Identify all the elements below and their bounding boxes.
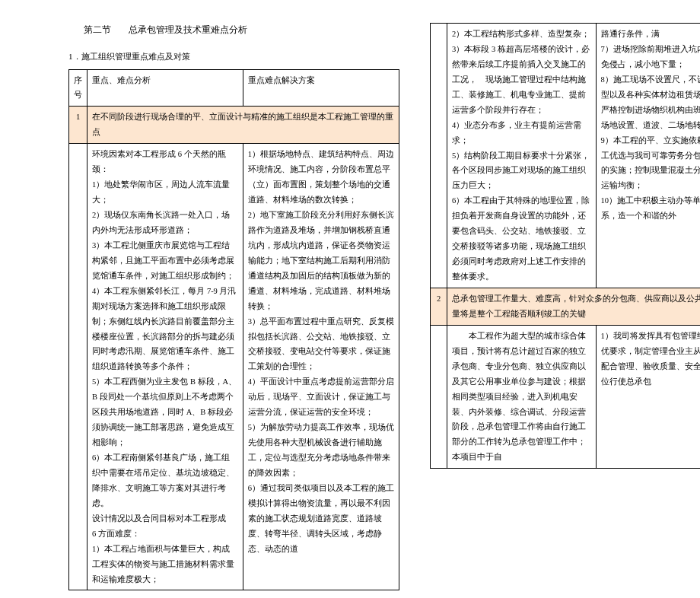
main-table-cont: 2）本工程结构形式多样、造型复杂； 3）本标段 3 栋超高层塔楼的设计，必然带来…	[430, 23, 700, 469]
row1c-num2	[431, 24, 447, 288]
list-item: 5）为解放劳动力提高工作效率，现场优先使用各种大型机械设备进行辅助施工，定位与选…	[248, 420, 394, 481]
header-col1: 重点、难点分析	[88, 69, 243, 107]
row2-left: 本工程作为超大型的城市综合体项目，预计将有总计超过百家的独立承包商、专业分包商、…	[447, 325, 597, 468]
list-item: 路通行条件，满	[601, 27, 701, 42]
table-row-1-content-cont: 2）本工程结构形式多样、造型复杂； 3）本标段 3 栋超高层塔楼的设计，必然带来…	[431, 24, 701, 288]
row2c-num	[431, 325, 447, 468]
list-item: 6）本工程由于其特殊的地理位置，除担负着开发商自身设置的功能外，还要包含码头、公…	[452, 193, 591, 285]
page-1: 第二节 总承包管理及技术重难点分析 1．施工组织管理重点难点及对策 序号 重点、…	[68, 23, 399, 598]
table-header-row: 序号 重点、难点分析 重点难点解决方案	[69, 69, 399, 107]
header-col2: 重点难点解决方案	[243, 69, 399, 107]
left-design: 设计情况以及合同目标对本工程形成 6 方面难度：	[92, 511, 238, 542]
list-item: 5）结构阶段工期目标要求十分紧张，各个区段同步施工对现场的施工组织压力巨大；	[452, 148, 591, 194]
main-table: 序号 重点、难点分析 重点难点解决方案 1 在不同阶段进行现场合理的平、立面设计…	[68, 69, 399, 591]
row2-right: 1）我司将发挥具有包管理经验的优要求，制定管理合业主从招标采配合管理、验收质量、…	[596, 325, 700, 468]
list-item: 4）本工程东侧紧邻长江，每月 7-9 月汛期对现场方案选择和施工组织形成限制；东…	[92, 284, 238, 375]
subsection-1-title: 1．施工组织管理重点难点及对策	[68, 50, 399, 63]
list-item: 4）业态分布多，业主有提前运营需求；	[452, 118, 591, 148]
page-2: 2）本工程结构形式多样、造型复杂； 3）本标段 3 栋超高层塔楼的设计，必然带来…	[430, 23, 700, 598]
row1-left-cont: 2）本工程结构形式多样、造型复杂； 3）本标段 3 栋超高层塔楼的设计，必然带来…	[447, 24, 597, 288]
list-item: 1）地处繁华闹市区，周边人流车流量大；	[92, 177, 238, 208]
list-item: 1）根据场地特点、建筑结构特点、周边环境情况、施工内容，分阶段布置总平（立）面布…	[248, 147, 394, 208]
row1-num: 1	[69, 107, 88, 144]
list-item: 4）平面设计中重点考虑提前运营部分启动后，现场平、立面设计，保证施工与运营分流，…	[248, 374, 394, 420]
row1-left: 环境因素对本工程形成 6 个天然的瓶颈： 1）地处繁华闹市区，周边人流车流量大；…	[88, 144, 243, 590]
list-item: 3）本标段 3 栋超高层塔楼的设计，必然带来后续工序提前插入交叉施工的工况， 现…	[452, 42, 591, 118]
list-item: 8）施工现场不设置尺，不设置大型以及各种实体材边租赁场地进行严格控制进场物织机构…	[601, 72, 701, 133]
section-label: 第二节	[84, 24, 111, 35]
left-intro: 环境因素对本工程形成 6 个天然的瓶颈：	[92, 147, 238, 177]
row1-span: 在不同阶段进行现场合理的平、立面设计与精准的施工组织是本工程施工管理的重点	[88, 107, 399, 144]
table-row-2-title: 2 总承包管理工作量大、难度高，针对众多的分包商、供应商以及公共工作质量将是整个…	[431, 288, 701, 325]
list-item: 3）本工程北侧重庆市展览馆与工程结构紧邻，且施工平面布置中必须考虑展览馆通车条件…	[92, 238, 238, 284]
list-item: 7）进场挖除前期堆进入坑内，避免侵占，减小地下量；	[601, 42, 701, 72]
list-item: 3）总平面布置过程中重点研究、反复模拟包括长滨路、公交站、地铁接驳、立交桥接驳、…	[248, 314, 394, 375]
row1-right-cont: 路通行条件，满 7）进场挖除前期堆进入坑内，避免侵占，减小地下量； 8）施工现场…	[596, 24, 700, 288]
list-item: 1）本工程占地面积与体量巨大，构成工程实体的物资与施工措施材料需求量和运输难度极…	[92, 542, 238, 587]
list-item: 5）本工程西侧为业主发包 B 标段，A、B 段同处一个基坑但原则上不考虑两个区段…	[92, 374, 238, 450]
table-row-1-title: 1 在不同阶段进行现场合理的平、立面设计与精准的施工组织是本工程施工管理的重点	[69, 107, 399, 144]
header-num: 序号	[69, 69, 88, 107]
table-row-1-content: 环境因素对本工程形成 6 个天然的瓶颈： 1）地处繁华闹市区，周边人流车流量大；…	[69, 144, 399, 590]
row1c-num	[69, 144, 88, 590]
section-name: 总承包管理及技术重难点分析	[129, 24, 247, 35]
list-item: 9）本工程的平、立实施依赖于施工优选与我司可靠劳务分包进行配的实施；控制现量混凝…	[601, 133, 701, 194]
list-item: 2）现场仅东南角长滨路一处入口，场内外均无法形成环形道路；	[92, 208, 238, 238]
row2-span: 总承包管理工作量大、难度高，针对众多的分包商、供应商以及公共工作质量将是整个工程…	[447, 288, 701, 325]
row2-num: 2	[431, 288, 447, 325]
list-item: 10）施工中积极主动办等单位联系，造一个和谐的外	[601, 193, 701, 224]
row1-right: 1）根据场地特点、建筑结构特点、周边环境情况、施工内容，分阶段布置总平（立）面布…	[243, 144, 399, 590]
list-item: 6）本工程南侧紧邻基良广场，施工组织中需要在塔吊定位、基坑边坡稳定、降排水、文明…	[92, 450, 238, 511]
list-item: 2）地下室施工阶段充分利用好东侧长滨路作为道路及堆场，并增加钢栈桥直通坑内，形成…	[248, 208, 394, 314]
list-item: 2）本工程结构形式多样、造型复杂；	[452, 27, 591, 42]
table-row-2-content: 本工程作为超大型的城市综合体项目，预计将有总计超过百家的独立承包商、专业分包商、…	[431, 325, 701, 468]
section-title: 第二节 总承包管理及技术重难点分析	[68, 23, 399, 37]
list-item: 6）通过我司类似项目以及本工程的施工模拟计算得出物资流量，再以最不利因素的施工状…	[248, 481, 394, 557]
